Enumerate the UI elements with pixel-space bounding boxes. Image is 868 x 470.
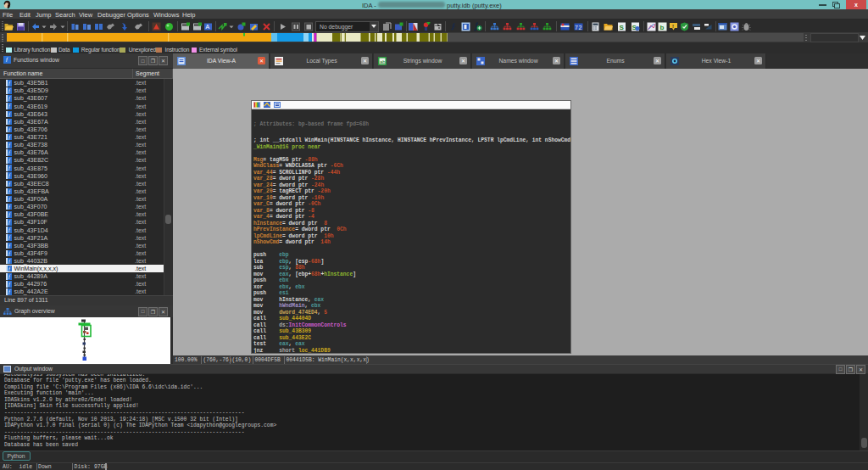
svg-text:b: b <box>660 23 665 31</box>
svg-text:!: ! <box>672 23 674 28</box>
svg-text:2: 2 <box>579 24 582 30</box>
svg-text:A: A <box>206 24 210 30</box>
svg-text:7: 7 <box>575 24 578 30</box>
svg-text:S: S <box>620 23 625 31</box>
